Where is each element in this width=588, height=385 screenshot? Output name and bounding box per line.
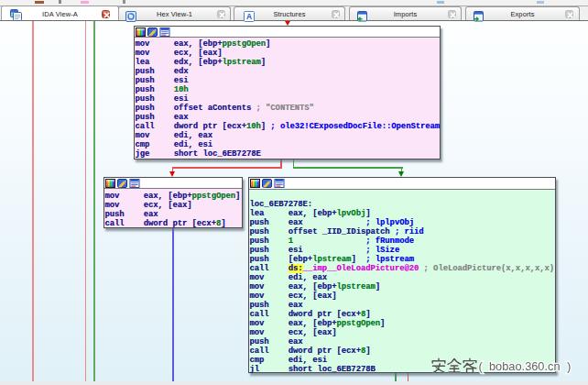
svg-text:): ) [567, 359, 571, 373]
svg-text:(: ( [479, 359, 484, 373]
svg-text:bobao.360.cn: bobao.360.cn [489, 359, 561, 373]
